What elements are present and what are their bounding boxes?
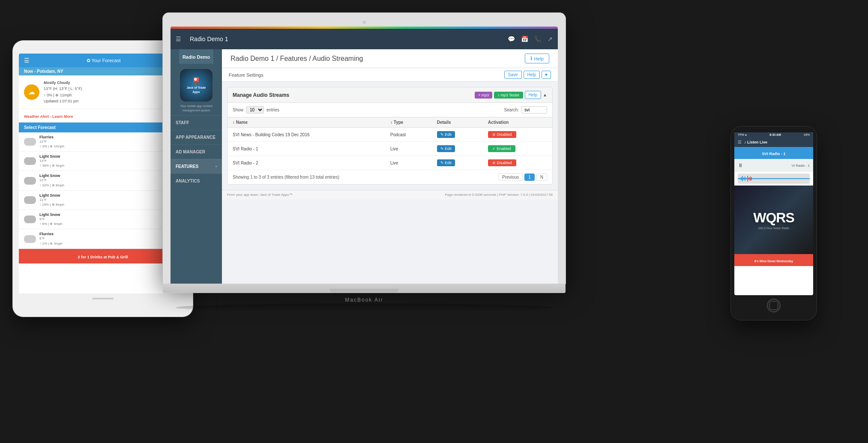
list-item: Light Snow 11°F ↑ 16% | ⊕ 8mph 5:00 pm <box>19 191 187 210</box>
sidebar-item-label: APP APPEARANCE <box>176 135 216 140</box>
weather-updated: Updated 1:07:01 pm <box>44 98 82 104</box>
macbook-label-area: MacBook Air <box>163 296 566 303</box>
sidebar-item-ad-manager[interactable]: AD MANAGER <box>171 144 222 159</box>
iphone-ad-text: It's Wine Down Wednesday <box>754 260 793 263</box>
list-item: Light Snow 13°F ↑ 39% | ⊕ 9mph 3:00 pm <box>19 152 187 171</box>
cloud-icon <box>24 216 36 223</box>
dropdown-icon[interactable]: ▼ <box>542 71 551 79</box>
col-header-details: Details <box>432 117 483 128</box>
macbook-sidebar: Radio Demo 🎴 Jack of Trade Apps <box>171 49 222 284</box>
search-input[interactable] <box>521 106 547 114</box>
ipad-ad-text: 2 for 1 Drinks at Pub & Grill <box>78 255 128 259</box>
collapse-icon[interactable]: ▲ <box>543 93 547 97</box>
sidebar-app-name: Radio Demo <box>183 54 210 60</box>
sidebar-app-description: Your mobile app content management syste… <box>175 104 218 113</box>
cloud-icon <box>24 235 36 243</box>
macbook-notch <box>330 289 398 293</box>
iphone-play-btn[interactable]: ⏸ <box>738 162 743 168</box>
add-mp3-button[interactable]: + mp3 <box>475 92 492 99</box>
help-sm-button[interactable]: Help <box>524 71 540 79</box>
pagination-prev[interactable]: Previous <box>498 174 523 181</box>
iphone-battery: 34% <box>804 133 810 136</box>
iphone-ad-banner[interactable]: It's Wine Down Wednesday <box>734 254 813 266</box>
search-label: Search: <box>504 108 519 112</box>
disabled-button[interactable]: ⊘ Disabled <box>488 131 516 138</box>
table-row: SVI News - Building Codes 19 Dec 2016 Po… <box>227 128 552 142</box>
cloud-icon <box>24 157 36 165</box>
iphone-waveform <box>738 174 810 184</box>
col-header-activation: Activation <box>483 117 552 128</box>
sidebar-item-features[interactable]: FEATURES ‹ <box>171 159 222 174</box>
row-activation: ✓ Enabled <box>483 142 552 156</box>
ipad-menu-icon[interactable]: ☰ <box>24 57 30 64</box>
iphone-player: ⏸ VI Radio - 1 <box>734 159 813 172</box>
ipad-location-bar: Now - Potsdam, NY Powered <box>19 67 187 75</box>
forecast-item-details: Light Snow 11°F ↑ 16% | ⊕ 8mph <box>39 193 166 207</box>
edit-button[interactable]: ✎ Edit <box>437 145 455 152</box>
weather-details: Mostly Cloudy 13°F (H: 13°F | L: 5°F) ↑ … <box>44 80 82 105</box>
forecast-item-details: Light Snow 13°F ↑ 39% | ⊕ 9mph <box>39 154 166 168</box>
manage-help-button[interactable]: Help <box>525 91 542 99</box>
col-header-type[interactable]: ↕ Type <box>385 117 432 128</box>
col-header-name[interactable]: ↕ Name <box>227 117 385 128</box>
cloud-icon <box>24 196 36 204</box>
table-search: Search: <box>504 106 547 114</box>
footer-left: From your app team: Jack of Trade Apps™ <box>227 193 293 197</box>
forecast-list: Flurries 13°F ↑ 3% | ⊕ 10mph 2:00 pm Lig… <box>19 132 187 249</box>
chat-icon[interactable]: 💬 <box>508 36 515 42</box>
iphone-logo-text: WQRS <box>753 210 794 226</box>
show-label: Show <box>233 108 243 112</box>
macbook-screen: ☰ Radio Demo 1 💬 📅 📞 ↗ Radio Demo <box>171 27 558 284</box>
macbook-topbar: ☰ Radio Demo 1 💬 📅 📞 ↗ <box>171 29 558 49</box>
sidebar-item-staff[interactable]: STAFF <box>171 115 222 130</box>
iphone-logo-area: WQRS 100.3 Your News Radio <box>734 186 813 254</box>
row-name: SVI Radio - 2 <box>227 156 385 170</box>
show-entries: Show 10 25 50 entries <box>233 106 279 114</box>
ipad-home-indicator[interactable] <box>92 298 114 299</box>
row-details: ✎ Edit <box>432 142 483 156</box>
ipad-alert-text[interactable]: Weather Alert - Learn More <box>24 114 73 119</box>
chevron-left-icon: ‹ <box>216 165 217 168</box>
forecast-title: Select Forecast <box>24 125 56 130</box>
breadcrumb: Radio Demo 1 / Features / Audio Streamin… <box>230 55 363 63</box>
ipad-weather-title: ✿ Your Forecast <box>87 58 121 63</box>
entries-select[interactable]: 10 25 50 <box>246 106 264 114</box>
sidebar-app-logo: 🎴 Jack of Trade Apps <box>180 69 213 102</box>
row-details: ✎ Edit <box>432 128 483 142</box>
edit-button[interactable]: ✎ Edit <box>437 159 455 166</box>
topbar-menu-icon[interactable]: ☰ <box>176 36 181 42</box>
sidebar-item-app-appearance[interactable]: APP APPEARANCE <box>171 130 222 144</box>
iphone-logo-sub: 100.3 Your News Radio <box>758 227 789 230</box>
phone-icon[interactable]: 📞 <box>534 36 542 42</box>
sidebar-item-label: STAFF <box>176 120 189 125</box>
enabled-button[interactable]: ✓ Enabled <box>488 145 515 152</box>
ipad-ad-banner[interactable]: 2 for 1 Drinks at Pub & Grill <box>19 249 187 263</box>
save-button[interactable]: Save <box>504 71 522 79</box>
edit-button[interactable]: ✎ Edit <box>437 131 455 138</box>
forecast-item-details: Flurries 8°F ↑ 1% | ⊕ 3mph <box>39 232 166 245</box>
page-header: Radio Demo 1 / Features / Audio Streamin… <box>222 49 558 68</box>
calendar-icon[interactable]: 📅 <box>521 36 528 42</box>
iphone-bezel: TPM ● 8:33 AM 34% ☰ ♪ Listen Live SVI Ra… <box>731 126 817 320</box>
mp3-tester-button[interactable]: ♪ mp3 Tester <box>494 92 523 99</box>
feature-settings-btns: Save Help ▼ <box>504 71 551 79</box>
pagination-next[interactable]: N <box>536 174 547 181</box>
list-item: Light Snow 9°F ↑ 8% | ⊕ 9mph 6:00 pm <box>19 210 187 229</box>
sidebar-item-label: FEATURES <box>176 164 198 169</box>
iphone-home-button[interactable] <box>767 299 781 312</box>
row-type: Live <box>385 156 432 170</box>
audio-table: ↕ Name ↕ Type Details Activation SVI New… <box>227 117 552 170</box>
manage-audio-btns: + mp3 ♪ mp3 Tester Help ▲ <box>475 91 547 99</box>
macbook-main: Radio Demo 1 / Features / Audio Streamin… <box>222 49 558 284</box>
entries-label: entries <box>266 108 279 112</box>
topbar-title: Radio Demo 1 <box>190 36 503 42</box>
row-details: ✎ Edit <box>432 156 483 170</box>
sidebar-item-analytics[interactable]: ANALYTICS <box>171 174 222 188</box>
iphone-menu-icon[interactable]: ☰ <box>738 140 742 144</box>
cloud-icon <box>24 138 36 146</box>
help-button[interactable]: ℹ Help <box>525 54 549 63</box>
iphone-subheader: SVI Radio - 1 <box>734 147 813 159</box>
disabled-button[interactable]: ⊘ Disabled <box>488 159 516 166</box>
logout-icon[interactable]: ↗ <box>548 36 553 42</box>
pagination-page-1[interactable]: 1 <box>524 174 535 181</box>
